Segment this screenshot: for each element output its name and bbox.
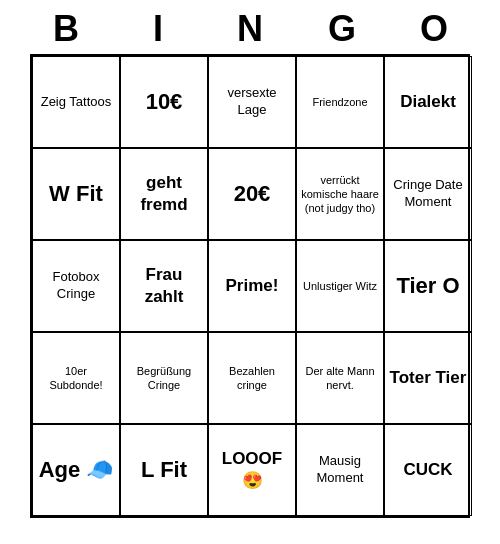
bingo-cell: 10€ [120,56,208,148]
bingo-cell: Zeig Tattoos [32,56,120,148]
bingo-cell: Prime! [208,240,296,332]
letter-o: O [394,8,474,50]
bingo-cell: Friendzone [296,56,384,148]
bingo-cell: 20€ [208,148,296,240]
bingo-cell: Cringe Date Moment [384,148,472,240]
bingo-cell: Dialekt [384,56,472,148]
bingo-cell: Age 🧢 [32,424,120,516]
bingo-cell: Tier O [384,240,472,332]
bingo-header: B I N G O [20,0,480,54]
bingo-cell: Toter Tier [384,332,472,424]
bingo-cell: Bezahlen cringe [208,332,296,424]
bingo-cell: Begrüßung Cringe [120,332,208,424]
bingo-cell: Unlustiger Witz [296,240,384,332]
letter-g: G [302,8,382,50]
bingo-cell: W Fit [32,148,120,240]
bingo-cell: LOOOF 😍 [208,424,296,516]
bingo-cell: 10er Subdonde! [32,332,120,424]
letter-n: N [210,8,290,50]
bingo-cell: L Fit [120,424,208,516]
bingo-grid: Zeig Tattoos10€versexte LageFriendzoneDi… [30,54,470,518]
bingo-cell: Fotobox Cringe [32,240,120,332]
bingo-cell: Mausig Moment [296,424,384,516]
letter-i: I [118,8,198,50]
letter-b: B [26,8,106,50]
bingo-cell: CUCK [384,424,472,516]
bingo-cell: Der alte Mann nervt. [296,332,384,424]
bingo-cell: geht fremd [120,148,208,240]
bingo-cell: Frau zahlt [120,240,208,332]
bingo-cell: verrückt komische haare (not judgy tho) [296,148,384,240]
bingo-cell: versexte Lage [208,56,296,148]
